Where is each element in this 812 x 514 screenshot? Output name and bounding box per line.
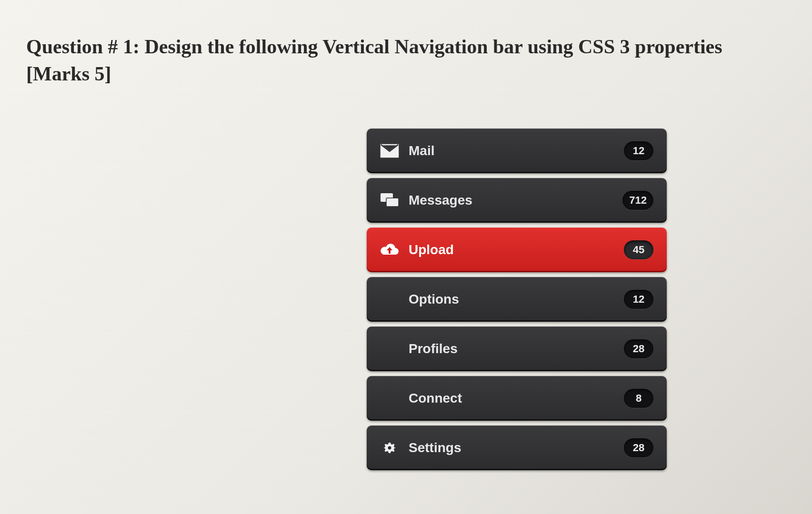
nav-item-settings[interactable]: Settings 28	[367, 425, 667, 470]
svg-point-2	[388, 446, 391, 450]
nav-label: Connect	[376, 391, 624, 406]
nav-item-profiles[interactable]: Profiles 28	[367, 326, 667, 371]
nav-badge: 12	[624, 141, 653, 160]
nav-item-connect[interactable]: Connect 8	[367, 376, 667, 421]
nav-label: Mail	[403, 143, 624, 158]
nav-badge: 28	[624, 339, 653, 358]
nav-item-options[interactable]: Options 12	[367, 277, 667, 322]
nav-badge: 12	[624, 290, 653, 309]
nav-item-mail[interactable]: Mail 12	[367, 128, 667, 173]
svg-rect-1	[386, 198, 399, 207]
nav-label: Settings	[403, 440, 624, 455]
nav-badge: 45	[624, 240, 653, 259]
upload-icon	[376, 242, 403, 257]
nav-badge: 28	[624, 438, 653, 457]
nav-label: Upload	[403, 242, 624, 257]
mail-icon	[376, 144, 403, 158]
nav-badge: 8	[624, 389, 653, 408]
nav-label: Profiles	[376, 341, 624, 356]
nav-badge: 712	[622, 191, 653, 210]
nav-item-upload[interactable]: Upload 45	[367, 227, 667, 272]
nav-item-messages[interactable]: Messages 712	[367, 178, 667, 223]
gear-icon	[376, 440, 403, 456]
question-line1: Question # 1: Design the following Verti…	[26, 36, 722, 58]
nav-label: Options	[376, 292, 624, 307]
question-text: Question # 1: Design the following Verti…	[26, 33, 783, 87]
question-line2: [Marks 5]	[26, 63, 111, 85]
messages-icon	[376, 193, 403, 208]
nav-label: Messages	[403, 193, 622, 208]
vertical-navbar: Mail 12 Messages 712 Upload 45 Options 1…	[367, 128, 667, 470]
